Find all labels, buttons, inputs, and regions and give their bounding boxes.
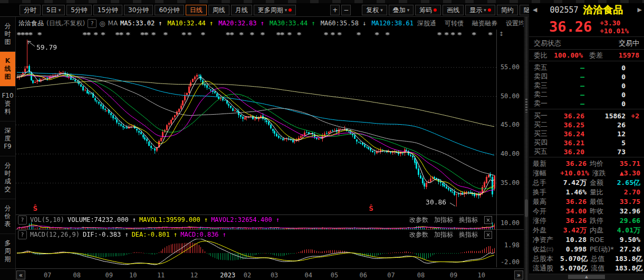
ma-value: MA30:33.44 ↑ <box>270 20 315 27</box>
scroll-right-button[interactable]: » <box>514 270 523 279</box>
tool-button[interactable]: 叠加▾ <box>389 5 414 15</box>
zoom-in-button[interactable]: + <box>330 5 340 15</box>
splitter-thumb[interactable] <box>525 199 528 217</box>
book-price: 36.21 <box>552 139 584 147</box>
stat-row: 收益㈢0.998PE(动)*27.26 <box>533 245 640 254</box>
sidebar-item-depth-f9[interactable]: 深度F9 <box>0 122 15 156</box>
indicator-link[interactable]: 加指标 <box>434 216 453 225</box>
stat-row: 净资产10.28ROE9.50% <box>533 235 640 244</box>
header-link[interactable]: 可转债 <box>445 19 464 28</box>
stat-value: 183.8亿 <box>615 254 642 264</box>
period-tab[interactable]: 日线 <box>186 5 207 15</box>
book-level-label: 卖二 <box>534 90 552 99</box>
period-tab-label: 15分钟 <box>98 5 118 15</box>
bid-row[interactable]: 买一36.2615862+2 <box>534 111 639 120</box>
prev-stock-arrow-icon[interactable]: ◀ <box>533 6 537 13</box>
tool-button-label: 简约 <box>501 5 514 15</box>
indicator-link[interactable]: 改参数 <box>409 230 428 239</box>
book-price: — <box>552 82 584 90</box>
sidebar-item-time-chart[interactable]: 分时图 <box>0 17 15 52</box>
scroll-left-button[interactable]: « <box>16 270 25 279</box>
sidebar-item-kline-chart[interactable]: K线图 <box>0 52 15 87</box>
ask-row[interactable]: 卖二—0 <box>534 90 639 99</box>
stat-value: 5.070亿 <box>560 254 588 264</box>
indicator-links: 改参数加指标换指标 <box>409 216 478 225</box>
price-change: +3.30 +10.01% <box>600 19 629 35</box>
ask-row[interactable]: 卖四—0 <box>534 72 639 81</box>
period-tab[interactable]: 5分钟 <box>66 5 92 15</box>
indicator-link[interactable]: 换指标 <box>459 216 478 225</box>
stat-row: 涨停36.26跌停29.66 <box>533 216 640 225</box>
period-tab-label: 分时 <box>24 5 36 15</box>
x-axis-month: 10 <box>478 272 485 279</box>
help-icon[interactable]: ? <box>18 216 27 225</box>
sidebar-item-label: K <box>0 57 15 65</box>
period-tab[interactable]: 30分钟 <box>124 5 153 15</box>
book-volume: 0 <box>584 73 626 81</box>
stat-value: 3.42万 <box>560 226 587 235</box>
x-axis-month: 04 <box>305 272 312 279</box>
header-link[interactable]: 深股通 <box>417 19 436 28</box>
ma-value: MA20:32.83 ↑ <box>218 20 264 27</box>
sidebar-item-multi-period[interactable]: 多周期 <box>0 234 15 269</box>
sidebar-item-f10-info[interactable]: F10资料 <box>0 87 15 122</box>
period-tab[interactable]: 60分钟 <box>155 5 184 15</box>
ask-row[interactable]: 卖一—0 <box>534 99 639 108</box>
bid-row[interactable]: 买四36.215 <box>534 138 639 147</box>
stat-value: 36.26 <box>560 160 587 167</box>
header-link[interactable]: 融资融券 <box>472 19 497 28</box>
stat-value: 33.75 <box>614 198 640 206</box>
sidebar-item-price-table[interactable]: 分价表 <box>0 199 15 234</box>
indicator-link[interactable]: 改参数 <box>409 216 428 225</box>
period-tab[interactable]: 15分钟 <box>93 5 122 15</box>
period-tab[interactable]: 周线 <box>208 5 229 15</box>
sidebar-item-tick-trades[interactable]: 分时成交 <box>0 156 15 199</box>
volume-axis-label: 10.00 <box>501 219 520 227</box>
panel-scrollbar[interactable]: ▲ <box>529 274 644 280</box>
close-icon[interactable]: × <box>484 216 492 224</box>
quote-panel: 36.26 +3.30 +10.01% 交易状态 交易中 委比 100.00% … <box>529 17 644 280</box>
ma-value: MA5:33.02 ↑ <box>120 20 162 27</box>
sidebar-item-label: 料 <box>0 108 15 116</box>
axis-scale-icon[interactable]: ↕ <box>499 31 504 38</box>
help-icon[interactable]: ? <box>18 230 27 239</box>
ma-settings-link[interactable]: 设置均线▾ <box>506 19 524 28</box>
indicator-link[interactable]: 换指标 <box>459 230 478 239</box>
panel-splitter[interactable] <box>524 17 529 280</box>
stat-label: 换手 <box>533 188 560 197</box>
plus-icon: + <box>332 5 338 15</box>
next-stock-arrow-icon[interactable]: ▶ <box>638 6 642 13</box>
close-icon[interactable]: × <box>484 231 492 239</box>
period-tab[interactable]: 分时 <box>20 5 41 15</box>
zoom-out-button[interactable]: − <box>341 5 351 15</box>
period-tab[interactable]: 月线 <box>231 5 252 15</box>
stat-label: PE(动)* <box>590 245 614 254</box>
ma-value: MA120:38.61 <box>371 20 413 27</box>
gear-icon[interactable]: ◎ <box>99 20 105 27</box>
stat-value: 36.26 <box>560 198 587 206</box>
stat-row: 最高36.26最低33.75 <box>533 197 640 206</box>
scrollbar-thumb[interactable]: ▲ <box>568 275 605 279</box>
book-volume: 26 <box>584 121 626 129</box>
sidebar-item-label: 时 <box>0 30 15 38</box>
ma-values: MA5:33.02 ↑MA10:32.44 ↑MA20:32.83 ↑MA30:… <box>120 20 415 27</box>
bid-row[interactable]: 买五36.2073 <box>534 147 639 156</box>
kline-canvas[interactable] <box>16 30 496 214</box>
sidebar-item-label: 图 <box>0 73 15 81</box>
period-tab[interactable]: 5日▾ <box>42 5 65 15</box>
bid-row[interactable]: 买三36.2412 <box>534 129 639 138</box>
ma-value: MA10:32.44 ↑ <box>168 20 214 27</box>
tool-button[interactable]: 筹码 <box>415 5 441 15</box>
help-icon[interactable]: ? <box>88 19 97 28</box>
tool-button[interactable]: 画线 <box>443 5 464 15</box>
tool-button[interactable]: 简约 <box>497 5 518 15</box>
x-axis-month: 02 <box>244 272 251 279</box>
tool-button[interactable]: 显示▾ <box>465 5 495 15</box>
indicator-link[interactable]: 加指标 <box>434 230 453 239</box>
ask-row[interactable]: 卖五—0 <box>534 63 639 72</box>
bid-row[interactable]: 买二36.2526 <box>534 120 639 129</box>
period-tab[interactable]: 更多周期▾ <box>254 5 296 15</box>
macd-canvas[interactable] <box>16 239 496 267</box>
tool-button[interactable]: 复权▾ <box>362 5 387 15</box>
ask-row[interactable]: 卖三—0 <box>534 81 639 90</box>
